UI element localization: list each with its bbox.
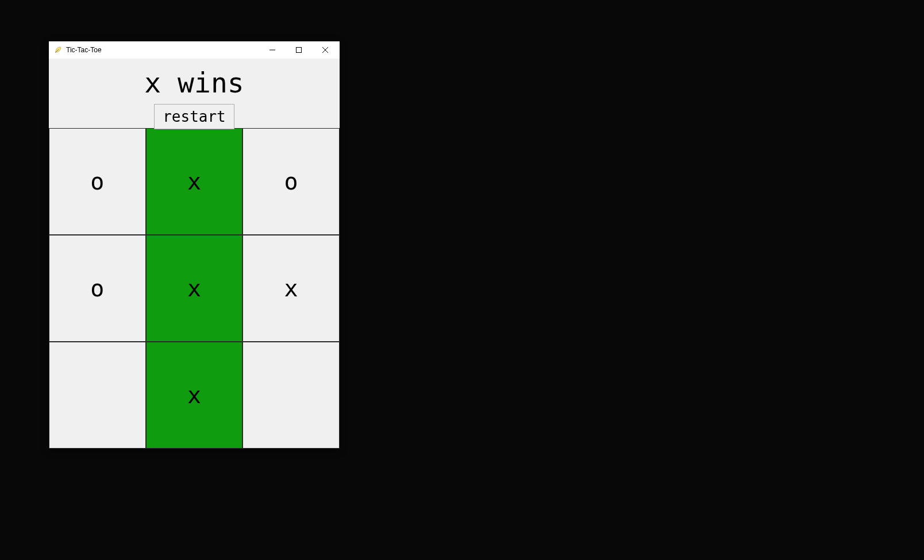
close-button[interactable] [312, 41, 338, 59]
cell-2-0[interactable] [49, 342, 146, 449]
cell-1-1[interactable]: x [146, 235, 243, 342]
window-title: Tic-Tac-Toe [66, 46, 102, 54]
cell-2-2[interactable] [242, 342, 340, 449]
minimize-button[interactable] [259, 41, 286, 59]
cell-0-0[interactable]: o [49, 128, 146, 235]
svg-rect-2 [297, 48, 302, 53]
cell-1-2[interactable]: x [242, 235, 340, 342]
header-area: x wins restart [49, 59, 340, 129]
restart-button[interactable]: restart [154, 104, 234, 129]
titlebar[interactable]: Tic-Tac-Toe [49, 41, 340, 59]
cell-1-0[interactable]: o [49, 235, 146, 342]
cell-0-2[interactable]: o [242, 128, 340, 235]
maximize-button[interactable] [286, 41, 312, 59]
board: o x o o x x x [49, 128, 340, 449]
app-window: Tic-Tac-Toe x wins restart o x o o x x x [49, 41, 340, 449]
cell-0-1[interactable]: x [146, 128, 243, 235]
cell-2-1[interactable]: x [146, 342, 243, 449]
app-feather-icon [53, 45, 63, 55]
status-label: x wins [49, 64, 340, 102]
